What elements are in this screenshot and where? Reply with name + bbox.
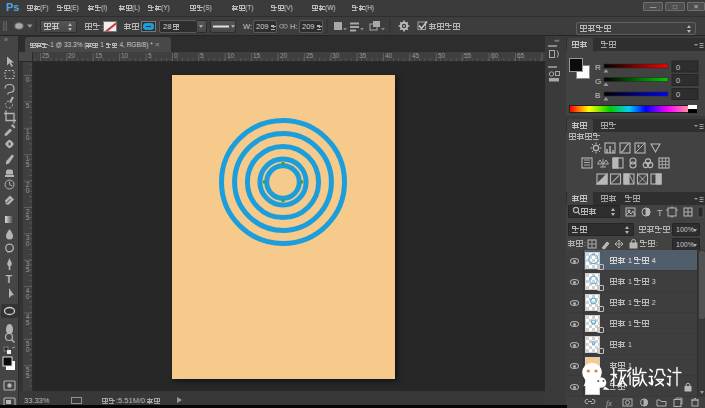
svg-text:0: 0 xyxy=(676,90,680,99)
svg-text:B: B xyxy=(595,91,600,100)
svg-text:T: T xyxy=(657,208,663,218)
svg-text:0: 0 xyxy=(676,76,680,85)
svg-text:R: R xyxy=(595,63,601,72)
svg-text:0: 0 xyxy=(676,63,680,72)
svg-text:fx: fx xyxy=(606,399,612,408)
svg-text:T: T xyxy=(6,273,13,285)
svg-text:G: G xyxy=(595,77,601,86)
svg-text:»: » xyxy=(4,36,8,43)
